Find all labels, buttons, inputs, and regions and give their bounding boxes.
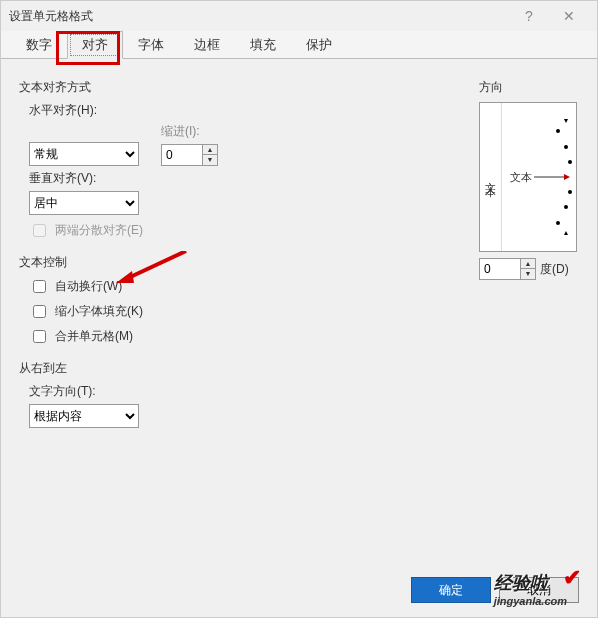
- svg-point-5: [564, 145, 568, 149]
- tab-protection[interactable]: 保护: [291, 31, 347, 59]
- distributed-label: 两端分散对齐(E): [55, 222, 143, 239]
- degree-label: 度(D): [540, 261, 569, 278]
- shrink-checkbox[interactable]: [33, 305, 46, 318]
- group-textcontrol-label: 文本控制: [19, 254, 469, 271]
- text-dir-select[interactable]: 根据内容: [29, 404, 139, 428]
- degree-row: ▲ ▼ 度(D): [479, 258, 579, 280]
- svg-point-8: [564, 205, 568, 209]
- degree-spinner[interactable]: ▲ ▼: [479, 258, 536, 280]
- wrap-row: 自动换行(W): [29, 277, 469, 296]
- indent-down-icon[interactable]: ▼: [203, 155, 217, 165]
- v-align-select[interactable]: 居中: [29, 191, 139, 215]
- svg-point-4: [556, 129, 560, 133]
- svg-marker-2: [564, 119, 568, 123]
- indent-block: 缩进(I): ▲ ▼: [161, 123, 218, 166]
- degree-spin-buttons[interactable]: ▲ ▼: [521, 258, 536, 280]
- indent-up-icon[interactable]: ▲: [203, 145, 217, 155]
- tab-font[interactable]: 字体: [123, 31, 179, 59]
- orientation-vertical-text: 文本: [483, 173, 498, 181]
- help-button[interactable]: ?: [509, 8, 549, 24]
- dialog-buttons: 确定 取消: [411, 577, 579, 603]
- right-column: 方向 文本 文本: [479, 73, 579, 432]
- text-dir-label: 文字方向(T):: [29, 383, 469, 400]
- ok-button[interactable]: 确定: [411, 577, 491, 603]
- v-align-block: 垂直对齐(V): 居中: [29, 170, 469, 215]
- svg-marker-1: [564, 174, 570, 180]
- svg-point-7: [568, 190, 572, 194]
- tab-fill[interactable]: 填充: [235, 31, 291, 59]
- h-align-block: 水平对齐(H): 常规 缩进(I): ▲ ▼: [29, 102, 469, 166]
- cancel-button[interactable]: 取消: [499, 577, 579, 603]
- shrink-row: 缩小字体填充(K): [29, 302, 469, 321]
- h-align-select[interactable]: 常规: [29, 142, 139, 166]
- group-rtl-label: 从右到左: [19, 360, 469, 377]
- degree-down-icon[interactable]: ▼: [521, 269, 535, 279]
- orientation-dial[interactable]: 文本: [502, 103, 576, 251]
- svg-point-6: [568, 160, 572, 164]
- indent-spin-buttons[interactable]: ▲ ▼: [203, 144, 218, 166]
- orientation-dial-svg: 文本: [502, 103, 576, 251]
- dialog-title: 设置单元格格式: [9, 8, 93, 25]
- shrink-label: 缩小字体填充(K): [55, 303, 143, 320]
- group-alignment-label: 文本对齐方式: [19, 79, 469, 96]
- merge-checkbox[interactable]: [33, 330, 46, 343]
- merge-row: 合并单元格(M): [29, 327, 469, 346]
- text-dir-block: 文字方向(T): 根据内容: [29, 383, 469, 428]
- svg-point-9: [556, 221, 560, 225]
- panel-columns: 文本对齐方式 水平对齐(H): 常规 缩进(I): ▲: [19, 73, 579, 432]
- indent-input[interactable]: [161, 144, 203, 166]
- wrap-label: 自动换行(W): [55, 278, 122, 295]
- tab-border[interactable]: 边框: [179, 31, 235, 59]
- distributed-checkbox: [33, 224, 46, 237]
- orientation-box[interactable]: 文本 文本: [479, 102, 577, 252]
- wrap-checkbox[interactable]: [33, 280, 46, 293]
- dialog-window: 设置单元格格式 ? ✕ 数字 对齐 字体 边框 填充 保护 文本对齐方式 水平对…: [0, 0, 598, 618]
- merge-label: 合并单元格(M): [55, 328, 133, 345]
- degree-up-icon[interactable]: ▲: [521, 259, 535, 269]
- v-align-label: 垂直对齐(V):: [29, 170, 469, 187]
- indent-spinner[interactable]: ▲ ▼: [161, 144, 218, 166]
- tab-alignment[interactable]: 对齐: [67, 31, 123, 59]
- titlebar: 设置单元格格式 ? ✕: [1, 1, 597, 31]
- orientation-vertical-text-box[interactable]: 文本: [480, 103, 502, 251]
- close-button[interactable]: ✕: [549, 8, 589, 24]
- distributed-checkbox-row: 两端分散对齐(E): [29, 221, 469, 240]
- h-align-label: 水平对齐(H):: [29, 102, 469, 119]
- degree-input[interactable]: [479, 258, 521, 280]
- tab-strip: 数字 对齐 字体 边框 填充 保护: [1, 31, 597, 59]
- panel: 文本对齐方式 水平对齐(H): 常规 缩进(I): ▲: [1, 59, 597, 442]
- indent-label: 缩进(I):: [161, 123, 218, 140]
- tab-number[interactable]: 数字: [11, 31, 67, 59]
- group-orientation-label: 方向: [479, 79, 579, 96]
- left-column: 文本对齐方式 水平对齐(H): 常规 缩进(I): ▲: [19, 73, 469, 432]
- svg-marker-3: [564, 231, 568, 235]
- dial-center-text: 文本: [510, 171, 532, 183]
